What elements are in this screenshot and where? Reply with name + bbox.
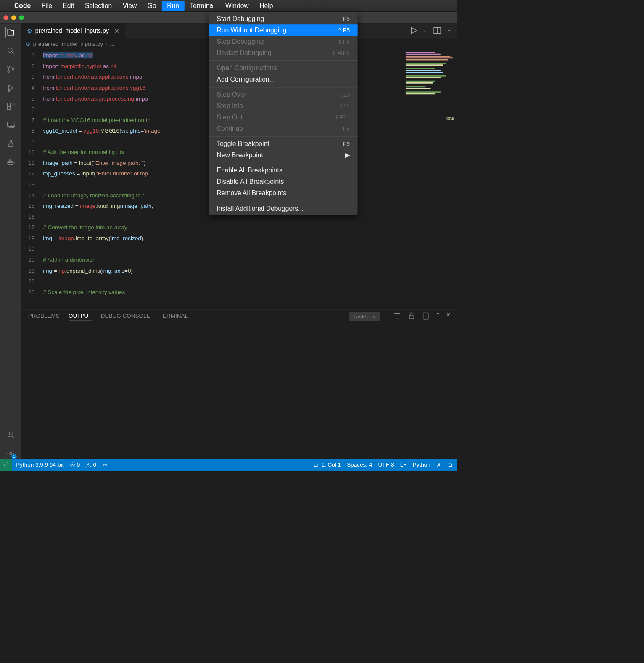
testing-icon[interactable] (5, 138, 16, 149)
shortcut-label: F5 (343, 16, 350, 22)
unlock-icon[interactable] (407, 311, 416, 322)
maximize-window-icon[interactable] (19, 15, 24, 20)
menu-file[interactable]: File (36, 1, 58, 11)
python-file-icon: ⚙ (27, 27, 32, 34)
panel-tab-output[interactable]: OUTPUT (69, 313, 92, 321)
menu-edit[interactable]: Edit (58, 1, 79, 11)
clear-output-icon[interactable] (422, 311, 430, 322)
submenu-arrow-icon: ▶ (345, 151, 350, 159)
status-warnings[interactable]: 0 (86, 461, 97, 468)
menu-item-start-debugging[interactable]: Start DebuggingF5 (209, 13, 358, 24)
status-indentation[interactable]: Spaces: 4 (347, 461, 372, 468)
explorer-icon[interactable] (5, 27, 16, 38)
run-dropdown-icon[interactable]: ⌄ (423, 28, 427, 34)
menu-go[interactable]: Go (142, 1, 161, 11)
chevron-up-icon[interactable]: ⌃ (436, 311, 441, 322)
menu-item-restart-debugging: Restart Debugging⇧⌘F5 (209, 47, 358, 58)
settings-badge: 1 (11, 454, 17, 459)
svg-rect-17 (409, 316, 414, 319)
filter-icon[interactable] (393, 311, 401, 322)
menu-run[interactable]: Run (161, 1, 184, 11)
status-language-mode[interactable]: Python (413, 461, 430, 468)
truncated-code: ons (446, 113, 454, 124)
shortcut-label: ⇧⌘F5 (332, 49, 350, 56)
menu-terminal[interactable]: Terminal (185, 1, 220, 11)
status-eol[interactable]: LF (400, 461, 407, 468)
close-window-icon[interactable] (4, 15, 8, 20)
editor-tab[interactable]: ⚙ pretrained_model_inputs.py ✕ (21, 23, 125, 38)
svg-rect-8 (8, 122, 14, 127)
menu-window[interactable]: Window (220, 1, 254, 11)
menu-item-run-without-debugging[interactable]: Run Without Debugging^ F5 (209, 24, 358, 36)
menu-item-continue: ContinueF5 (209, 123, 358, 135)
status-cursor-position[interactable]: Ln 1, Col 1 (314, 461, 341, 468)
svg-rect-7 (8, 107, 11, 110)
run-menu-dropdown: Start DebuggingF5Run Without Debugging^ … (209, 12, 358, 215)
menu-app[interactable]: Code (9, 1, 36, 11)
status-errors[interactable]: 0 (70, 461, 80, 468)
svg-point-2 (8, 71, 9, 72)
menu-item-add-configuration-[interactable]: Add Configuration... (209, 74, 358, 85)
panel-tab-problems[interactable]: PROBLEMS (28, 313, 60, 321)
close-tab-icon[interactable]: ✕ (114, 27, 119, 34)
svg-rect-5 (8, 103, 11, 106)
breadcrumb-rest: ... (110, 41, 114, 48)
minimize-window-icon[interactable] (11, 15, 16, 20)
bottom-panel: PROBLEMSOUTPUTDEBUG CONSOLETERMINAL Task… (21, 310, 457, 459)
menu-item-stop-debugging: Stop Debugging⇧F5 (209, 36, 358, 47)
svg-point-14 (9, 432, 12, 435)
shortcut-label: ⇧F5 (338, 38, 350, 45)
svg-rect-12 (11, 161, 13, 163)
status-bell-icon[interactable] (448, 462, 453, 467)
menu-item-disable-all-breakpoints[interactable]: Disable All Breakpoints (209, 176, 358, 188)
menu-item-new-breakpoint[interactable]: New Breakpoint▶ (209, 150, 358, 161)
menu-item-enable-all-breakpoints[interactable]: Enable All Breakpoints (209, 165, 358, 176)
split-editor-icon[interactable] (433, 26, 442, 36)
svg-rect-10 (8, 161, 9, 163)
status-encoding[interactable]: UTF-8 (378, 461, 394, 468)
run-file-icon[interactable] (409, 26, 418, 36)
status-warning-count: 0 (93, 461, 97, 468)
line-number-gutter: 1234567891011121314151617181920212223 (21, 50, 40, 310)
output-channel-select[interactable]: Tasks (349, 312, 380, 321)
menu-item-remove-all-breakpoints[interactable]: Remove All Breakpoints (209, 188, 358, 199)
search-icon[interactable] (5, 45, 16, 56)
activity-bar: 1 (0, 23, 21, 459)
menu-help[interactable]: Help (254, 1, 278, 11)
settings-icon[interactable]: 1 (5, 448, 16, 459)
menu-selection[interactable]: Selection (79, 1, 117, 11)
remote-indicator[interactable] (0, 459, 12, 471)
more-actions-icon[interactable]: ⋯ (447, 28, 452, 34)
menu-item-step-out: Step Out⇧F11 (209, 112, 358, 123)
source-control-icon[interactable] (5, 64, 16, 75)
status-error-count: 0 (77, 461, 80, 468)
macos-menubar: Code FileEditSelectionViewGoRunTerminalW… (0, 0, 457, 12)
close-panel-icon[interactable]: ✕ (446, 311, 451, 322)
docker-icon[interactable] (5, 156, 16, 167)
shortcut-label: F9 (343, 141, 350, 147)
status-bar: Python 3.9.9 64-bit 0 0 Ln 1, Col 1 Spac… (0, 459, 457, 471)
menu-item-open-configurations: Open Configurations (209, 62, 358, 74)
status-radio-icon[interactable] (102, 462, 108, 467)
svg-rect-11 (10, 161, 11, 163)
shortcut-label: ⇧F11 (335, 114, 350, 121)
remote-explorer-icon[interactable] (5, 119, 16, 130)
status-python-interpreter[interactable]: Python 3.9.9 64-bit (16, 461, 63, 468)
tab-filename: pretrained_model_inputs.py (35, 27, 109, 34)
run-debug-icon[interactable] (5, 82, 16, 93)
extensions-icon[interactable] (5, 101, 16, 112)
menu-item-install-additional-debuggers-[interactable]: Install Additional Debuggers... (209, 203, 358, 214)
panel-tab-terminal[interactable]: TERMINAL (159, 313, 188, 321)
menu-item-toggle-breakpoint[interactable]: Toggle BreakpointF9 (209, 138, 358, 150)
svg-point-0 (8, 48, 12, 53)
minimap[interactable]: ons (404, 50, 457, 310)
shortcut-label: F10 (340, 91, 350, 98)
status-feedback-icon[interactable] (436, 462, 442, 467)
menu-view[interactable]: View (117, 1, 142, 11)
accounts-icon[interactable] (5, 430, 16, 440)
svg-rect-13 (10, 159, 11, 161)
shortcut-label: F11 (340, 103, 350, 109)
panel-tab-debug-console[interactable]: DEBUG CONSOLE (101, 313, 150, 321)
shortcut-label: ^ F5 (338, 27, 350, 34)
shortcut-label: F5 (343, 125, 350, 132)
